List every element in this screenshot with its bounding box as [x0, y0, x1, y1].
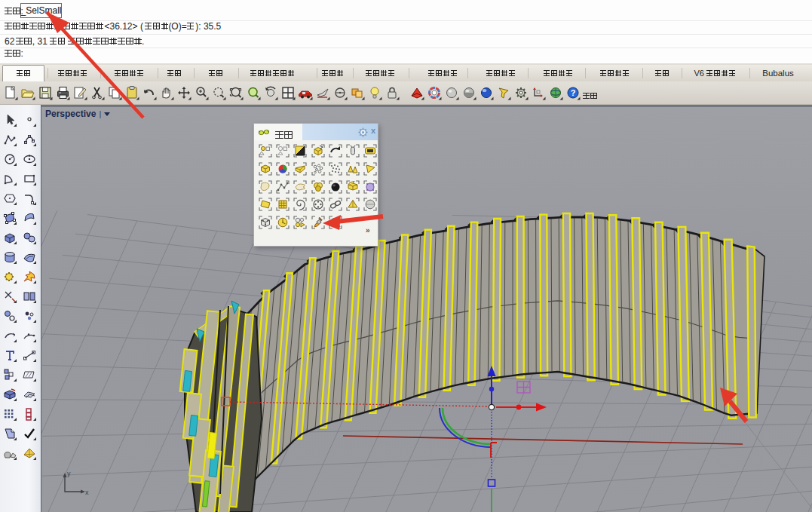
svg-text:?: ? — [571, 88, 576, 97]
svg-text:y: y — [67, 470, 71, 477]
svg-text:x: x — [85, 489, 89, 496]
